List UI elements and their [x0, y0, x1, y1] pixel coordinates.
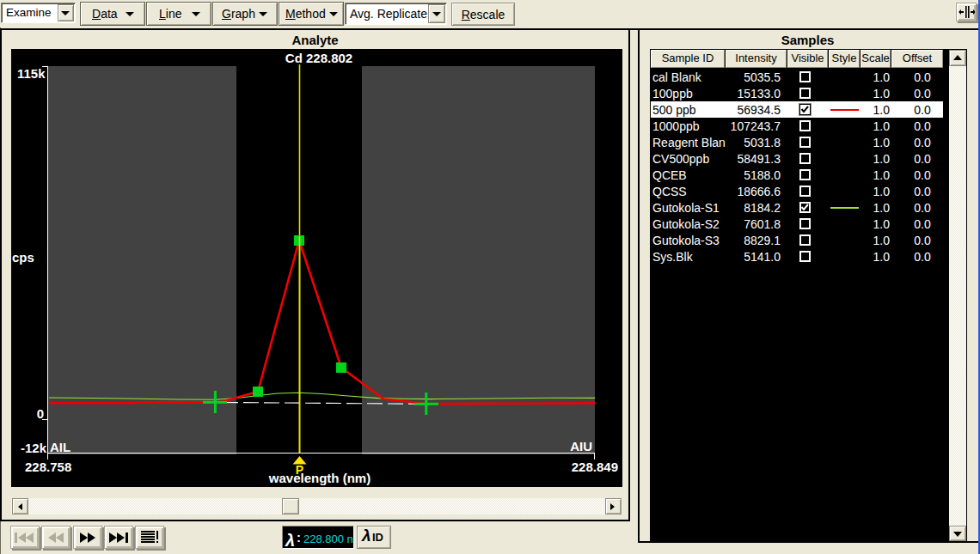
svg-text:0: 0 [37, 406, 44, 421]
svg-text:115k: 115k [17, 66, 46, 81]
svg-text:228.758: 228.758 [25, 460, 71, 474]
svg-text:AIL: AIL [50, 440, 70, 454]
svg-text:Cd 228.802: Cd 228.802 [285, 51, 352, 65]
svg-text:AIU: AIU [570, 439, 592, 454]
svg-text:-12k: -12k [21, 441, 47, 455]
svg-text:cps: cps [12, 250, 34, 265]
svg-text:wavelength (nm): wavelength (nm) [268, 471, 371, 485]
svg-text:P: P [296, 463, 303, 477]
svg-text:228.849: 228.849 [572, 460, 618, 474]
